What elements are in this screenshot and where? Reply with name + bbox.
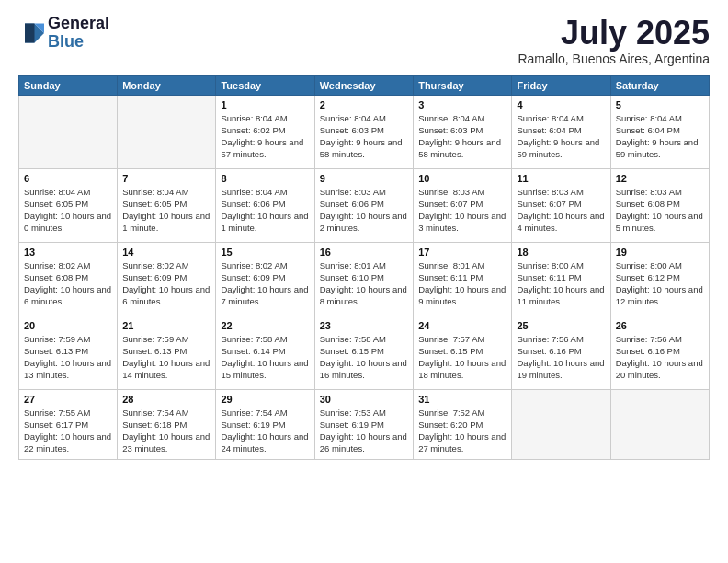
title-block: July 2025 Ramallo, Buenos Aires, Argenti… bbox=[518, 15, 710, 66]
table-row: 27Sunrise: 7:55 AM Sunset: 6:17 PM Dayli… bbox=[19, 389, 118, 459]
day-info: Sunrise: 8:04 AM Sunset: 6:03 PM Dayligh… bbox=[418, 112, 506, 161]
day-info: Sunrise: 8:03 AM Sunset: 6:08 PM Dayligh… bbox=[616, 186, 704, 235]
table-row: 9Sunrise: 8:03 AM Sunset: 6:06 PM Daylig… bbox=[314, 168, 413, 242]
table-row: 4Sunrise: 8:04 AM Sunset: 6:04 PM Daylig… bbox=[512, 95, 610, 168]
day-number: 30 bbox=[320, 394, 408, 405]
table-row: 6Sunrise: 8:04 AM Sunset: 6:05 PM Daylig… bbox=[19, 168, 118, 242]
day-info: Sunrise: 8:01 AM Sunset: 6:11 PM Dayligh… bbox=[418, 259, 506, 308]
day-info: Sunrise: 8:02 AM Sunset: 6:09 PM Dayligh… bbox=[221, 259, 309, 308]
table-row: 18Sunrise: 8:00 AM Sunset: 6:11 PM Dayli… bbox=[512, 242, 610, 316]
day-info: Sunrise: 8:03 AM Sunset: 6:07 PM Dayligh… bbox=[418, 186, 506, 235]
table-row: 22Sunrise: 7:58 AM Sunset: 6:14 PM Dayli… bbox=[216, 316, 314, 389]
col-wednesday: Wednesday bbox=[314, 75, 413, 95]
table-row: 21Sunrise: 7:59 AM Sunset: 6:13 PM Dayli… bbox=[118, 316, 216, 389]
day-info: Sunrise: 8:00 AM Sunset: 6:11 PM Dayligh… bbox=[517, 259, 605, 308]
day-number: 4 bbox=[517, 99, 605, 110]
day-number: 5 bbox=[616, 99, 704, 110]
day-number: 20 bbox=[24, 320, 112, 331]
day-info: Sunrise: 7:58 AM Sunset: 6:14 PM Dayligh… bbox=[221, 333, 309, 382]
logo-line1: General bbox=[48, 14, 109, 32]
svg-marker-1 bbox=[25, 23, 35, 42]
day-info: Sunrise: 7:59 AM Sunset: 6:13 PM Dayligh… bbox=[24, 333, 112, 382]
logo: General Blue bbox=[18, 15, 109, 52]
day-info: Sunrise: 7:57 AM Sunset: 6:15 PM Dayligh… bbox=[418, 333, 506, 382]
table-row: 1Sunrise: 8:04 AM Sunset: 6:02 PM Daylig… bbox=[216, 95, 314, 168]
day-number: 25 bbox=[517, 320, 605, 331]
day-info: Sunrise: 8:04 AM Sunset: 6:04 PM Dayligh… bbox=[517, 112, 605, 161]
day-number: 16 bbox=[320, 247, 408, 258]
table-row: 14Sunrise: 8:02 AM Sunset: 6:09 PM Dayli… bbox=[118, 242, 216, 316]
table-row: 17Sunrise: 8:01 AM Sunset: 6:11 PM Dayli… bbox=[414, 242, 512, 316]
day-number: 2 bbox=[320, 99, 408, 110]
table-row: 29Sunrise: 7:54 AM Sunset: 6:19 PM Dayli… bbox=[216, 389, 314, 459]
day-number: 6 bbox=[24, 173, 112, 184]
table-row: 19Sunrise: 8:00 AM Sunset: 6:12 PM Dayli… bbox=[610, 242, 709, 316]
table-row: 2Sunrise: 8:04 AM Sunset: 6:03 PM Daylig… bbox=[314, 95, 413, 168]
day-info: Sunrise: 8:00 AM Sunset: 6:12 PM Dayligh… bbox=[616, 259, 704, 308]
table-row: 16Sunrise: 8:01 AM Sunset: 6:10 PM Dayli… bbox=[314, 242, 413, 316]
calendar-header-row: Sunday Monday Tuesday Wednesday Thursday… bbox=[19, 75, 710, 95]
table-row: 12Sunrise: 8:03 AM Sunset: 6:08 PM Dayli… bbox=[610, 168, 709, 242]
day-number: 13 bbox=[24, 247, 112, 258]
day-number: 8 bbox=[221, 173, 309, 184]
day-info: Sunrise: 7:53 AM Sunset: 6:19 PM Dayligh… bbox=[320, 407, 408, 455]
col-sunday: Sunday bbox=[19, 75, 118, 95]
table-row: 20Sunrise: 7:59 AM Sunset: 6:13 PM Dayli… bbox=[19, 316, 118, 389]
table-row bbox=[19, 95, 118, 168]
day-info: Sunrise: 7:52 AM Sunset: 6:20 PM Dayligh… bbox=[418, 407, 506, 455]
day-number: 3 bbox=[418, 99, 506, 110]
day-number: 12 bbox=[616, 173, 704, 184]
day-info: Sunrise: 7:58 AM Sunset: 6:15 PM Dayligh… bbox=[320, 333, 408, 382]
day-info: Sunrise: 7:56 AM Sunset: 6:16 PM Dayligh… bbox=[616, 333, 704, 382]
day-number: 15 bbox=[221, 247, 309, 258]
table-row: 8Sunrise: 8:04 AM Sunset: 6:06 PM Daylig… bbox=[216, 168, 314, 242]
day-number: 26 bbox=[616, 320, 704, 331]
day-number: 9 bbox=[320, 173, 408, 184]
table-row: 28Sunrise: 7:54 AM Sunset: 6:18 PM Dayli… bbox=[118, 389, 216, 459]
day-number: 31 bbox=[418, 394, 506, 405]
day-number: 7 bbox=[122, 173, 210, 184]
col-thursday: Thursday bbox=[414, 75, 512, 95]
day-number: 14 bbox=[122, 247, 210, 258]
day-number: 1 bbox=[221, 99, 309, 110]
day-info: Sunrise: 7:59 AM Sunset: 6:13 PM Dayligh… bbox=[122, 333, 210, 382]
day-number: 27 bbox=[24, 394, 112, 405]
table-row: 10Sunrise: 8:03 AM Sunset: 6:07 PM Dayli… bbox=[414, 168, 512, 242]
day-info: Sunrise: 8:02 AM Sunset: 6:08 PM Dayligh… bbox=[24, 259, 112, 308]
day-info: Sunrise: 8:04 AM Sunset: 6:03 PM Dayligh… bbox=[320, 112, 408, 161]
table-row: 24Sunrise: 7:57 AM Sunset: 6:15 PM Dayli… bbox=[414, 316, 512, 389]
day-info: Sunrise: 7:54 AM Sunset: 6:18 PM Dayligh… bbox=[122, 407, 210, 455]
day-info: Sunrise: 7:55 AM Sunset: 6:17 PM Dayligh… bbox=[24, 407, 112, 455]
col-tuesday: Tuesday bbox=[216, 75, 314, 95]
table-row: 26Sunrise: 7:56 AM Sunset: 6:16 PM Dayli… bbox=[610, 316, 709, 389]
month-title: July 2025 bbox=[518, 15, 710, 52]
table-row bbox=[610, 389, 709, 459]
day-info: Sunrise: 7:56 AM Sunset: 6:16 PM Dayligh… bbox=[517, 333, 605, 382]
logo-icon bbox=[18, 20, 44, 46]
table-row: 13Sunrise: 8:02 AM Sunset: 6:08 PM Dayli… bbox=[19, 242, 118, 316]
table-row: 3Sunrise: 8:04 AM Sunset: 6:03 PM Daylig… bbox=[414, 95, 512, 168]
table-row: 5Sunrise: 8:04 AM Sunset: 6:04 PM Daylig… bbox=[610, 95, 709, 168]
logo-line2: Blue bbox=[48, 32, 84, 51]
page-header: General Blue July 2025 Ramallo, Buenos A… bbox=[18, 15, 710, 66]
day-number: 28 bbox=[122, 394, 210, 405]
day-info: Sunrise: 7:54 AM Sunset: 6:19 PM Dayligh… bbox=[221, 407, 309, 455]
col-monday: Monday bbox=[118, 75, 216, 95]
table-row: 23Sunrise: 7:58 AM Sunset: 6:15 PM Dayli… bbox=[314, 316, 413, 389]
day-info: Sunrise: 8:03 AM Sunset: 6:06 PM Dayligh… bbox=[320, 186, 408, 235]
table-row bbox=[512, 389, 610, 459]
table-row bbox=[118, 95, 216, 168]
col-friday: Friday bbox=[512, 75, 610, 95]
day-number: 18 bbox=[517, 247, 605, 258]
day-info: Sunrise: 8:02 AM Sunset: 6:09 PM Dayligh… bbox=[122, 259, 210, 308]
table-row: 25Sunrise: 7:56 AM Sunset: 6:16 PM Dayli… bbox=[512, 316, 610, 389]
day-info: Sunrise: 8:01 AM Sunset: 6:10 PM Dayligh… bbox=[320, 259, 408, 308]
day-info: Sunrise: 8:04 AM Sunset: 6:05 PM Dayligh… bbox=[122, 186, 210, 235]
table-row: 30Sunrise: 7:53 AM Sunset: 6:19 PM Dayli… bbox=[314, 389, 413, 459]
day-number: 29 bbox=[221, 394, 309, 405]
col-saturday: Saturday bbox=[610, 75, 709, 95]
day-number: 10 bbox=[418, 173, 506, 184]
day-info: Sunrise: 8:04 AM Sunset: 6:06 PM Dayligh… bbox=[221, 186, 309, 235]
day-info: Sunrise: 8:04 AM Sunset: 6:04 PM Dayligh… bbox=[616, 112, 704, 161]
day-number: 19 bbox=[616, 247, 704, 258]
